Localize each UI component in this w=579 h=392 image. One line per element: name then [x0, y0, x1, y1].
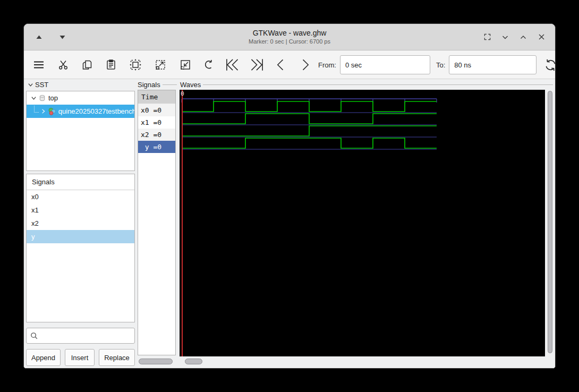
waves-frame-label: Waves [180, 81, 553, 89]
component-spheres-icon [48, 107, 56, 116]
tree-item-top[interactable]: top [27, 91, 134, 105]
from-label: From: [318, 61, 336, 69]
signal-row-y[interactable]: y =0 [138, 141, 175, 153]
facility-list-header: Signals [27, 174, 134, 190]
sst-expander[interactable]: SST [28, 81, 48, 89]
facility-item-x2[interactable]: x2 [27, 217, 134, 230]
tree-item-testbench[interactable]: quine20250327testbench [27, 105, 134, 118]
facility-item-y[interactable]: y [27, 230, 134, 243]
from-input[interactable] [340, 55, 430, 74]
scroll-down-arrow-button[interactable] [56, 31, 69, 44]
waveform-canvas[interactable]: 0 [180, 90, 545, 356]
paste-button[interactable] [105, 58, 117, 71]
signal-row-x1[interactable]: x1 =0 [138, 116, 175, 129]
time-header[interactable]: Time [138, 90, 175, 104]
zoom-fit-icon [129, 58, 142, 72]
waves-horizontal-scrollbar[interactable] [180, 357, 545, 366]
marker-cursor-status: Marker: 0 sec | Cursor: 6700 ps [249, 38, 330, 45]
undo-arrow-icon [202, 58, 216, 72]
scroll-up-arrow-button[interactable] [32, 31, 45, 44]
zoom-out-icon [178, 58, 192, 72]
signal-row-x2[interactable]: x2 =0 [138, 129, 175, 141]
copy-icon [81, 58, 93, 71]
gtkwave-window: GTKWave - wave.ghw Marker: 0 sec | Curso… [23, 23, 556, 369]
signal-value-label: y =0 [141, 143, 161, 151]
search-icon [30, 331, 38, 340]
tree-item-label: quine20250327testbench [58, 107, 134, 115]
scrollbar-thumb[interactable] [139, 359, 173, 364]
facility-item-x1[interactable]: x1 [27, 203, 134, 217]
reload-icon [543, 58, 556, 72]
wave-trace-y [182, 138, 437, 148]
waveform-traces [180, 90, 545, 356]
sst-header-label: SST [35, 81, 48, 89]
restore-button[interactable] [517, 31, 530, 44]
maximize-button[interactable] [481, 31, 493, 44]
signals-horizontal-scrollbar[interactable] [138, 357, 176, 366]
facility-label: y [31, 233, 35, 241]
chevron-down-icon [28, 82, 33, 88]
wave-trace-x2 [182, 126, 437, 136]
signal-value-label: x2 =0 [141, 131, 161, 139]
signals-frame-label: Signals [138, 81, 177, 89]
copy-button[interactable] [81, 58, 93, 71]
replace-button[interactable]: Replace [99, 349, 135, 366]
search-input[interactable] [38, 332, 131, 340]
chevron-down-icon [31, 95, 37, 101]
waves-frame-text: Waves [180, 81, 201, 89]
maximize-icon [483, 32, 492, 41]
scissors-cut-icon [57, 58, 70, 71]
signal-value-label: x0 =0 [141, 106, 161, 114]
menu-button[interactable] [31, 58, 46, 71]
scrollbar-thumb[interactable] [548, 91, 552, 353]
next-edge-button[interactable] [299, 58, 312, 72]
titlebar[interactable]: GTKWave - wave.ghw Marker: 0 sec | Curso… [24, 24, 555, 50]
zoom-in-icon [154, 58, 167, 72]
close-icon [538, 33, 545, 40]
signal-search-box[interactable] [26, 328, 135, 344]
jump-to-start-button[interactable] [224, 58, 241, 72]
window-title: GTKWave - wave.ghw [253, 29, 327, 38]
zoom-fit-button[interactable] [129, 58, 142, 72]
cut-button[interactable] [57, 58, 70, 71]
main-toolbar: From: To: [24, 51, 555, 79]
facility-list: Signals x0 x1 x2 y [26, 174, 135, 322]
chevron-up-icon [520, 33, 527, 41]
close-button[interactable] [535, 31, 548, 44]
scrollbar-thumb[interactable] [185, 359, 202, 364]
facility-label: x1 [31, 206, 39, 214]
signals-frame-text: Signals [138, 81, 160, 89]
desktop-background: GTKWave - wave.ghw Marker: 0 sec | Curso… [0, 0, 579, 392]
undo-button[interactable] [202, 58, 216, 72]
chevron-right-icon [299, 58, 312, 72]
signal-row-x0[interactable]: x0 =0 [138, 104, 175, 116]
to-label: To: [436, 61, 445, 69]
signal-name-panel: Time x0 =0 x1 =0 x2 =0 y =0 [138, 90, 176, 355]
tree-guide-line [34, 106, 39, 113]
chevron-left-icon [274, 58, 287, 72]
facility-label: x0 [31, 193, 39, 201]
to-input[interactable] [449, 55, 537, 74]
zoom-in-button[interactable] [154, 58, 167, 72]
tree-item-label: top [48, 94, 58, 102]
minimize-button[interactable] [499, 31, 512, 44]
insert-button[interactable]: Insert [65, 349, 95, 366]
sst-tree: top quine20250327testbench [26, 91, 135, 171]
signal-value-label: x1 =0 [141, 118, 161, 126]
module-cylinder-icon [38, 94, 46, 102]
facility-label: x2 [31, 219, 39, 227]
jump-start-icon [224, 58, 241, 72]
zoom-out-button[interactable] [178, 58, 192, 72]
hamburger-menu-icon [31, 58, 46, 71]
facility-item-x0[interactable]: x0 [27, 190, 134, 203]
wave-trace-x1 [182, 114, 437, 124]
append-button[interactable]: Append [26, 349, 61, 366]
time-marker-line[interactable] [182, 90, 183, 356]
reload-button[interactable] [543, 58, 556, 72]
jump-to-end-button[interactable] [249, 58, 265, 72]
chevron-down-icon [501, 33, 509, 41]
down-triangle-icon [59, 36, 65, 39]
previous-edge-button[interactable] [274, 58, 287, 72]
waves-vertical-scrollbar[interactable] [547, 90, 554, 356]
jump-end-icon [249, 58, 265, 72]
